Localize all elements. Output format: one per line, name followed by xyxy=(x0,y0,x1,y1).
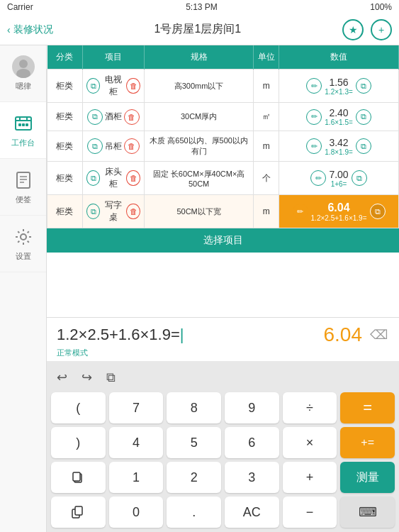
delete-item-button[interactable]: 🗑 xyxy=(124,109,140,125)
key-([interactable]: ( xyxy=(51,392,106,423)
edit-value-button[interactable]: ✏ xyxy=(306,78,322,94)
key-)[interactable]: ) xyxy=(51,427,106,458)
table-row[interactable]: 柜类 ⧉ 床头柜 🗑 固定 长60CM×厚40CM×高50CM个 ✏ 7.00 … xyxy=(47,162,399,195)
table-row[interactable]: 柜类 ⧉ 电视柜 🗑 高300mm以下m ✏ 1.56 1.2×1.3= ⧉ xyxy=(47,70,399,103)
copy-key[interactable] xyxy=(51,462,106,493)
key-⌨[interactable]: ⌨ xyxy=(340,497,395,528)
backspace-button[interactable]: ⌫ xyxy=(368,326,389,343)
cell-unit: m xyxy=(254,70,279,103)
sidebar-item-workbench[interactable]: 工作台 xyxy=(0,102,46,159)
key-+=[interactable]: += xyxy=(340,427,395,458)
table-row[interactable]: 柜类 ⧉ 酒柜 🗑 30CM厚内㎡ ✏ 2.40 1.6×1.5= ⧉ xyxy=(47,103,399,131)
cell-spec: 高300mm以下 xyxy=(144,70,254,103)
key-测量[interactable]: 测量 xyxy=(340,462,395,493)
copy-value-button[interactable]: ⧉ xyxy=(356,138,371,154)
content-area: 分类 项目 规格 单位 数值 柜类 ⧉ 电视柜 🗑 高300mm以下m ✏ 1.… xyxy=(47,45,399,532)
calc-display: 1.2×2.5+1.6×1.9=| 6.04 ⌫ 正常模式 xyxy=(47,317,399,361)
item-name: 酒柜 xyxy=(105,111,122,123)
main-layout: 嗯律 工作台 便签 设置 分类 xyxy=(0,45,399,532)
back-button[interactable]: ‹ 装修状况 xyxy=(7,23,53,36)
copy-value-button[interactable]: ⧉ xyxy=(370,204,386,219)
cell-spec: 木质 高650以内、厚500以内有门 xyxy=(144,131,254,162)
edit-value-button[interactable]: ✏ xyxy=(310,170,326,186)
copy-item-button[interactable]: ⧉ xyxy=(86,204,100,219)
notes-icon xyxy=(12,169,35,192)
copy2-key[interactable] xyxy=(51,497,106,528)
item-name: 床头柜 xyxy=(102,166,124,190)
sidebar-item-notes[interactable]: 便签 xyxy=(0,159,46,216)
cell-item: ⧉ 电视柜 🗑 xyxy=(82,70,144,103)
key-2[interactable]: 2 xyxy=(167,462,221,493)
cell-unit: m xyxy=(254,131,279,162)
delete-item-button[interactable]: 🗑 xyxy=(126,204,140,219)
key-8[interactable]: 8 xyxy=(167,392,221,423)
key-5[interactable]: 5 xyxy=(167,427,221,458)
copy-value-button[interactable]: ⧉ xyxy=(356,109,371,125)
copy-value-button[interactable]: ⧉ xyxy=(352,170,367,186)
cell-value[interactable]: ✏ 6.04 1.2×2.5+1.6×1.9= ⧉ xyxy=(279,195,399,228)
key-4[interactable]: 4 xyxy=(109,427,164,458)
key-−[interactable]: − xyxy=(283,497,337,528)
key-×[interactable]: × xyxy=(283,427,337,458)
header-spec: 规格 xyxy=(144,45,254,70)
delete-item-button[interactable]: 🗑 xyxy=(124,138,140,154)
sidebar: 嗯律 工作台 便签 设置 xyxy=(0,45,47,532)
profile-avatar xyxy=(12,55,35,78)
sidebar-label-settings: 设置 xyxy=(16,251,31,262)
cell-spec: 30CM厚内 xyxy=(144,103,254,131)
cell-item: ⧉ 写字桌 🗑 xyxy=(82,195,144,228)
value-formula: 1.6×1.5= xyxy=(325,118,352,126)
copy-item-button[interactable]: ⧉ xyxy=(86,78,100,94)
copy-button[interactable]: ⧉ xyxy=(102,368,120,387)
key-0[interactable]: 0 xyxy=(109,497,164,528)
calc-result: 6.04 ⌫ xyxy=(324,323,390,346)
bluetooth-button[interactable]: ★ xyxy=(342,19,364,40)
cell-category: 柜类 xyxy=(47,103,83,131)
copy-item-button[interactable]: ⧉ xyxy=(86,170,100,186)
cell-value[interactable]: ✏ 3.42 1.8×1.9= ⧉ xyxy=(279,131,399,162)
item-name: 写字桌 xyxy=(102,199,124,223)
delete-item-button[interactable]: 🗑 xyxy=(126,170,140,186)
table-row[interactable]: 柜类 ⧉ 吊柜 🗑 木质 高650以内、厚500以内有门m ✏ 3.42 1.8… xyxy=(47,131,399,162)
key-÷[interactable]: ÷ xyxy=(283,392,337,423)
cell-value[interactable]: ✏ 2.40 1.6×1.5= ⧉ xyxy=(279,103,399,131)
keyboard-area: ↩ ↪ ⧉ (789÷)456×123+0.AC−=+=测量⌨ xyxy=(47,361,399,532)
add-button[interactable]: + xyxy=(371,19,392,40)
cell-spec: 50CM以下宽 xyxy=(144,195,254,228)
key-+[interactable]: + xyxy=(283,462,337,493)
svg-rect-15 xyxy=(73,472,80,481)
sidebar-label-profile: 嗯律 xyxy=(16,81,31,92)
key-=[interactable]: = xyxy=(340,392,395,423)
cell-unit: ㎡ xyxy=(254,103,279,131)
cursor: | xyxy=(180,326,184,343)
edit-value-button[interactable]: ✏ xyxy=(306,109,322,125)
redo-button[interactable]: ↪ xyxy=(77,368,96,387)
cell-item: ⧉ 酒柜 🗑 xyxy=(82,103,144,131)
select-row-button[interactable]: 选择项目 xyxy=(47,228,399,253)
nav-actions: ★ + xyxy=(342,19,392,40)
edit-value-button[interactable]: ✏ xyxy=(306,138,322,154)
sidebar-item-settings[interactable]: 设置 xyxy=(0,216,46,272)
delete-item-button[interactable]: 🗑 xyxy=(126,78,140,94)
table-row[interactable]: 柜类 ⧉ 写字桌 🗑 50CM以下宽m ✏ 6.04 1.2×2.5+1.6×1… xyxy=(47,195,399,228)
item-name: 吊柜 xyxy=(105,140,122,153)
key-6[interactable]: 6 xyxy=(225,427,279,458)
key-.[interactable]: . xyxy=(167,497,221,528)
sidebar-label-workbench: 工作台 xyxy=(11,138,35,148)
copy-item-button[interactable]: ⧉ xyxy=(87,138,103,154)
cell-value[interactable]: ✏ 1.56 1.2×1.3= ⧉ xyxy=(279,70,399,103)
key-9[interactable]: 9 xyxy=(225,392,279,423)
cell-value[interactable]: ✏ 7.00 1+6= ⧉ xyxy=(279,162,399,195)
undo-button[interactable]: ↩ xyxy=(52,368,72,387)
key-AC[interactable]: AC xyxy=(225,497,279,528)
value-formula: 1.8×1.9= xyxy=(325,148,352,156)
edit-value-button[interactable]: ✏ xyxy=(293,204,308,219)
sidebar-item-profile[interactable]: 嗯律 xyxy=(0,45,46,102)
copy-item-button[interactable]: ⧉ xyxy=(87,109,103,125)
cell-item: ⧉ 吊柜 🗑 xyxy=(82,131,144,162)
copy-value-button[interactable]: ⧉ xyxy=(356,78,371,94)
value-formula: 1+6= xyxy=(329,180,348,188)
key-7[interactable]: 7 xyxy=(109,392,164,423)
key-1[interactable]: 1 xyxy=(109,462,164,493)
key-3[interactable]: 3 xyxy=(225,462,279,493)
